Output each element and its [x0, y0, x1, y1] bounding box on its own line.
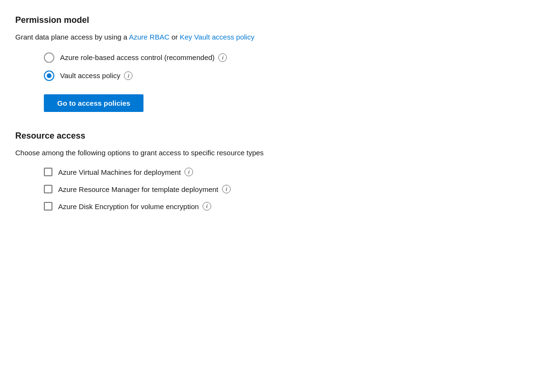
azure-rbac-link[interactable]: Azure RBAC	[129, 33, 169, 41]
description-prefix: Grant data plane access by using a	[15, 33, 129, 41]
checkbox-label-disk: Azure Disk Encryption for volume encrypt…	[58, 202, 211, 211]
radio-circle-rbac	[44, 52, 54, 63]
resource-access-description: Choose among the following options to gr…	[15, 148, 536, 159]
checkbox-box-vm	[44, 168, 52, 176]
info-icon-arm[interactable]: i	[222, 185, 231, 193]
checkbox-label-vm: Azure Virtual Machines for deployment i	[58, 168, 193, 176]
resource-access-title: Resource access	[15, 131, 536, 141]
radio-label-vault-policy: Vault access policy i	[60, 71, 133, 80]
checkbox-item-vm[interactable]: Azure Virtual Machines for deployment i	[44, 168, 536, 176]
info-icon-disk[interactable]: i	[203, 202, 211, 211]
checkbox-box-arm	[44, 185, 52, 193]
checkbox-label-arm: Azure Resource Manager for template depl…	[58, 185, 231, 193]
checkbox-group-resource: Azure Virtual Machines for deployment i …	[44, 168, 536, 211]
radio-circle-vault-policy	[44, 70, 54, 81]
radio-item-vault-policy[interactable]: Vault access policy i	[44, 70, 536, 81]
checkbox-box-disk	[44, 202, 52, 211]
radio-group-permission: Azure role-based access control (recomme…	[44, 52, 536, 81]
info-icon-rbac[interactable]: i	[218, 53, 227, 62]
go-to-access-policies-button[interactable]: Go to access policies	[44, 94, 143, 112]
permission-model-title: Permission model	[15, 15, 536, 25]
description-middle: or	[172, 33, 180, 41]
key-vault-policy-link[interactable]: Key Vault access policy	[180, 33, 254, 41]
info-icon-vm[interactable]: i	[184, 168, 193, 176]
resource-access-section: Resource access Choose among the followi…	[15, 131, 536, 211]
checkbox-item-disk[interactable]: Azure Disk Encryption for volume encrypt…	[44, 202, 536, 211]
permission-model-section: Permission model Grant data plane access…	[15, 15, 536, 131]
permission-model-description: Grant data plane access by using a Azure…	[15, 32, 536, 43]
checkbox-item-arm[interactable]: Azure Resource Manager for template depl…	[44, 185, 536, 193]
radio-item-rbac[interactable]: Azure role-based access control (recomme…	[44, 52, 536, 63]
radio-label-rbac: Azure role-based access control (recomme…	[60, 53, 227, 62]
info-icon-vault-policy[interactable]: i	[124, 71, 133, 80]
